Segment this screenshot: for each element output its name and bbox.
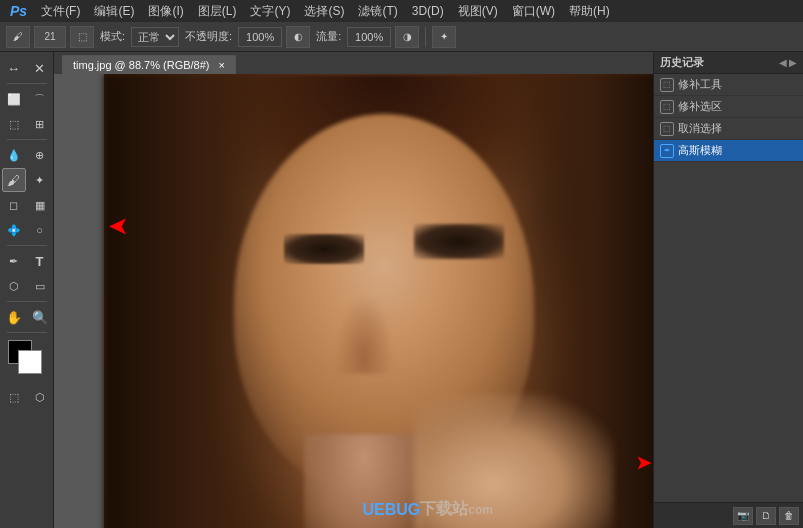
toolbox: ↔ ✕ ⬜ ⌒ ⬚ ⊞ 💧 ⊕ 🖌 ✦ ◻ ▦ 💠 ○	[0, 52, 54, 528]
tab-close-button[interactable]: ×	[219, 59, 225, 71]
separator	[425, 27, 426, 47]
lasso-tool[interactable]: ⌒	[28, 87, 52, 111]
history-title: 历史记录	[660, 55, 704, 70]
history-label-2: 取消选择	[678, 121, 722, 136]
tool-separator-5	[7, 332, 47, 333]
canvas-area: timg.jpg @ 88.7% (RGB/8#) × ➤	[54, 52, 653, 528]
path-tool[interactable]: ⬡	[2, 274, 26, 298]
canvas-tab[interactable]: timg.jpg @ 88.7% (RGB/8#) ×	[62, 55, 236, 74]
airbrush-button[interactable]: ✦	[432, 26, 456, 48]
panel-arrow-left: ◀	[779, 57, 787, 68]
tool-row-eraser: ◻ ▦	[2, 193, 52, 217]
move-tool[interactable]: ↔	[2, 56, 26, 80]
history-icon-2: ⬚	[660, 122, 674, 136]
quick-select-tool[interactable]: ⬚	[2, 112, 26, 136]
nose	[334, 294, 394, 374]
tool-separator	[7, 83, 47, 84]
eye-right	[414, 224, 504, 259]
app-logo: Ps	[4, 3, 33, 19]
shape-tool[interactable]: ▭	[28, 274, 52, 298]
quick-mask-tool[interactable]: ⬚	[2, 385, 26, 409]
flow-input[interactable]	[347, 27, 391, 47]
dodge-tool[interactable]: ○	[28, 218, 52, 242]
create-new-document-button[interactable]: 🗋	[756, 507, 776, 525]
hand	[414, 394, 614, 528]
background-color[interactable]	[18, 350, 42, 374]
menu-text[interactable]: 文字(Y)	[244, 1, 296, 22]
tool-row-move: ↔ ✕	[2, 56, 52, 80]
history-items: ⬚ 修补工具 ⬚ 修补选区 ⬚ 取消选择 ✒ 高斯模糊	[654, 74, 803, 502]
tool-row-pen: ✒ T	[2, 249, 52, 273]
options-bar: 🖌 21 ⬚ 模式: 正常 不透明度: ◐ 流量: ◑ ✦	[0, 22, 803, 52]
menu-help[interactable]: 帮助(H)	[563, 1, 616, 22]
tool-row-extras: ⬚ ⬡	[2, 385, 52, 409]
menu-view[interactable]: 视图(V)	[452, 1, 504, 22]
history-panel-footer: 📷 🗋 🗑	[654, 502, 803, 528]
menu-edit[interactable]: 编辑(E)	[88, 1, 140, 22]
tool-separator-2	[7, 139, 47, 140]
color-swatches	[8, 340, 46, 378]
tool-row-paint: 🖌 ✦	[2, 168, 52, 192]
crop-tool[interactable]: ⊞	[28, 112, 52, 136]
opacity-icon[interactable]: ◐	[286, 26, 310, 48]
brush-hardness-button[interactable]: ⬚	[70, 26, 94, 48]
gradient-tool[interactable]: ▦	[28, 193, 52, 217]
tool-preset-button[interactable]: 🖌	[6, 26, 30, 48]
history-item-2[interactable]: ⬚ 取消选择	[654, 118, 803, 140]
mode-select[interactable]: 正常	[131, 27, 179, 47]
history-icon-3: ✒	[660, 144, 674, 158]
screen-mode[interactable]: ⬡	[28, 385, 52, 409]
history-icon-1: ⬚	[660, 100, 674, 114]
menu-file[interactable]: 文件(F)	[35, 1, 86, 22]
tool-row-shape: ⬡ ▭	[2, 274, 52, 298]
clone-tool[interactable]: ✦	[28, 168, 52, 192]
neck	[304, 434, 424, 528]
tab-bar: timg.jpg @ 88.7% (RGB/8#) ×	[54, 52, 653, 74]
opacity-input[interactable]	[238, 27, 282, 47]
right-panel: 历史记录 ◀ ▶ ⬚ 修补工具 ⬚ 修补选区 ⬚ 取消选择	[653, 52, 803, 528]
mode-label: 模式:	[100, 29, 125, 44]
menu-3d[interactable]: 3D(D)	[406, 2, 450, 20]
history-panel-header: 历史记录 ◀ ▶	[654, 52, 803, 74]
zoom-tool[interactable]: 🔍	[28, 305, 52, 329]
history-item-1[interactable]: ⬚ 修补选区	[654, 96, 803, 118]
panel-collapse-button[interactable]: ◀ ▶	[779, 57, 797, 68]
menu-layer[interactable]: 图层(L)	[192, 1, 243, 22]
tool-separator-4	[7, 301, 47, 302]
main-area: ↔ ✕ ⬜ ⌒ ⬚ ⊞ 💧 ⊕ 🖌 ✦ ◻ ▦ 💠 ○	[0, 52, 803, 528]
history-icon-0: ⬚	[660, 78, 674, 92]
history-panel: 历史记录 ◀ ▶ ⬚ 修补工具 ⬚ 修补选区 ⬚ 取消选择	[654, 52, 803, 528]
artboard-tool[interactable]: ✕	[28, 56, 52, 80]
hand-tool[interactable]: ✋	[2, 305, 26, 329]
create-snapshot-button[interactable]: 📷	[733, 507, 753, 525]
flow-label: 流量:	[316, 29, 341, 44]
eyedropper-tool[interactable]: 💧	[2, 143, 26, 167]
history-item-3[interactable]: ✒ 高斯模糊	[654, 140, 803, 162]
tool-row-select2: ⬚ ⊞	[2, 112, 52, 136]
history-label-1: 修补选区	[678, 99, 722, 114]
canvas-image[interactable]: ➤ UEBUG 下载站 com	[54, 74, 653, 528]
brush-size-display[interactable]: 21	[34, 26, 66, 48]
marquee-tool[interactable]: ⬜	[2, 87, 26, 111]
eraser-tool[interactable]: ◻	[2, 193, 26, 217]
menu-bar: Ps 文件(F) 编辑(E) 图像(I) 图层(L) 文字(Y) 选择(S) 滤…	[0, 0, 803, 22]
history-label-0: 修补工具	[678, 77, 722, 92]
tool-row-select: ⬜ ⌒	[2, 87, 52, 111]
brush-tool[interactable]: 🖌	[2, 168, 26, 192]
menu-window[interactable]: 窗口(W)	[506, 1, 561, 22]
history-label-3: 高斯模糊	[678, 143, 722, 158]
menu-filter[interactable]: 滤镜(T)	[352, 1, 403, 22]
blur-tool[interactable]: 💠	[2, 218, 26, 242]
tab-filename: timg.jpg @ 88.7% (RGB/8#)	[73, 59, 210, 71]
opacity-label: 不透明度:	[185, 29, 232, 44]
menu-image[interactable]: 图像(I)	[142, 1, 189, 22]
tool-row-hand: ✋ 🔍	[2, 305, 52, 329]
flow-icon[interactable]: ◑	[395, 26, 419, 48]
pen-tool[interactable]: ✒	[2, 249, 26, 273]
history-item-0[interactable]: ⬚ 修补工具	[654, 74, 803, 96]
delete-state-button[interactable]: 🗑	[779, 507, 799, 525]
menu-select[interactable]: 选择(S)	[298, 1, 350, 22]
panel-arrow-right: ▶	[789, 57, 797, 68]
healing-tool[interactable]: ⊕	[28, 143, 52, 167]
text-tool[interactable]: T	[28, 249, 52, 273]
